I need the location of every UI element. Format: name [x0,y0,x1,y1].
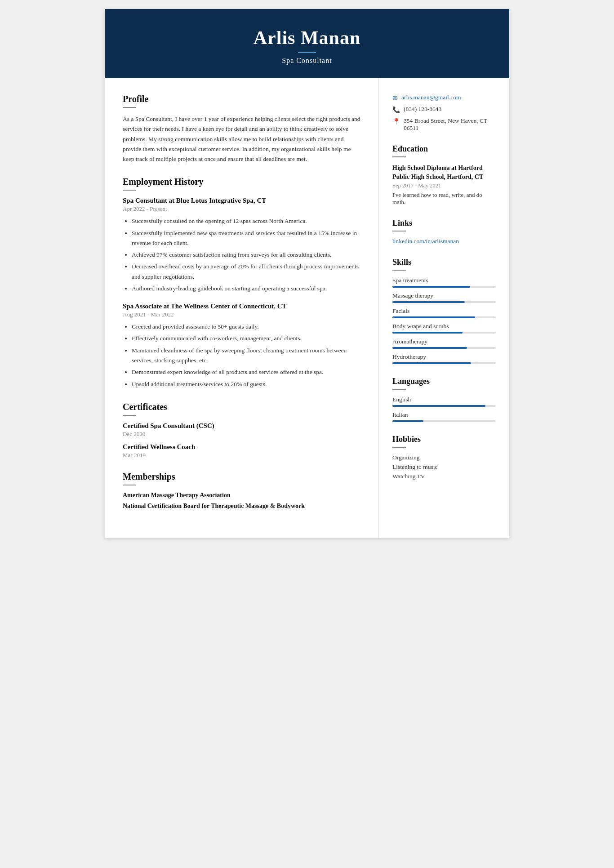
language-name: Italian [392,411,496,418]
language-bar-fill [392,420,423,422]
education-divider [392,156,406,157]
skill-item: Aromatherapy [392,338,496,349]
list-item: Demonstrated expert knowledge of all pro… [132,367,363,377]
cert-2-date: Mar 2019 [123,452,363,459]
skill-item: Hydrotherapy [392,353,496,364]
skill-bar-fill [392,362,471,364]
list-item: Greeted and provided assistance to 50+ g… [132,322,363,332]
certificates-title: Certificates [123,402,363,412]
skill-bar-bg [392,347,496,349]
contact-address: 📍 354 Broad Street, New Haven, CT 06511 [392,117,496,132]
language-item: Italian [392,411,496,422]
cert-1-title: Certified Spa Consultant (CSC) [123,422,363,430]
job-1-list: Successfully consulted on the opening of… [123,216,363,294]
memberships-section: Memberships American Massage Therapy Ass… [123,472,363,510]
hobbies-list: OrganizingListening to musicWatching TV [392,454,496,480]
education-section: Education High School Diploma at Hartfor… [392,144,496,206]
skill-bar-fill [392,316,475,318]
profile-section: Profile As a Spa Consultant, I have over… [123,94,363,164]
skills-list: Spa treatments Massage therapy Facials B… [392,277,496,364]
list-item: Maintained cleanliness of the spa by swe… [132,346,363,366]
left-column: Profile As a Spa Consultant, I have over… [105,78,379,538]
skill-bar-fill [392,301,465,303]
language-name: English [392,396,496,403]
hobbies-divider [392,447,406,448]
edu-degree: High School Diploma at Hartford Public H… [392,164,496,181]
language-bar-fill [392,405,485,407]
links-section: Links linkedin.com/in/arlismanan [392,218,496,245]
contact-phone: 📞 (834) 128-8643 [392,106,496,114]
resume-body: Profile As a Spa Consultant, I have over… [105,78,509,538]
address-text: 354 Broad Street, New Haven, CT 06511 [404,117,496,132]
list-item: Successfully implemented new spa treatme… [132,228,363,249]
cert-2: Certified Wellness Coach Mar 2019 [123,443,363,459]
resume-container: Arlis Manan Spa Consultant Profile As a … [105,9,509,538]
email-icon: ✉ [392,94,398,102]
job-1-title: Spa Consultant at Blue Lotus Integrative… [123,197,363,205]
job-2-list: Greeted and provided assistance to 50+ g… [123,322,363,389]
languages-list: English Italian [392,396,496,422]
hobbies-section: Hobbies OrganizingListening to musicWatc… [392,435,496,480]
languages-section: Languages English Italian [392,377,496,422]
location-icon: 📍 [392,118,400,125]
job-2-title: Spa Associate at The Wellness Center of … [123,303,363,310]
skills-section: Skills Spa treatments Massage therapy Fa… [392,258,496,364]
skill-item: Facials [392,307,496,318]
skill-bar-bg [392,362,496,364]
skill-item: Massage therapy [392,292,496,303]
languages-divider [392,389,406,390]
skill-bar-bg [392,286,496,288]
skill-item: Spa treatments [392,277,496,288]
phone-text: (834) 128-8643 [404,106,441,113]
list-item: Successfully consulted on the opening of… [132,216,363,226]
membership-1: American Massage Therapy Association [123,492,363,499]
links-title: Links [392,218,496,228]
employment-divider [123,190,136,191]
list-item: Decreased overhead costs by an average o… [132,262,363,282]
skill-bar-fill [392,332,463,334]
right-column: ✉ arlis.manan@gmail.com 📞 (834) 128-8643… [379,78,509,538]
cert-1: Certified Spa Consultant (CSC) Dec 2020 [123,422,363,438]
skill-name: Aromatherapy [392,338,496,345]
linkedin-link[interactable]: linkedin.com/in/arlismanan [392,238,496,245]
skill-name: Facials [392,307,496,315]
languages-title: Languages [392,377,496,386]
skill-name: Hydrotherapy [392,353,496,361]
language-bar-bg [392,405,496,407]
language-item: English [392,396,496,407]
hobby-item: Listening to music [392,463,496,471]
edu-date: Sep 2017 - May 2021 [392,183,496,189]
cert-1-date: Dec 2020 [123,431,363,438]
membership-2: National Certification Board for Therape… [123,503,363,510]
candidate-subtitle: Spa Consultant [114,57,500,65]
candidate-name: Arlis Manan [114,27,500,49]
job-2: Spa Associate at The Wellness Center of … [123,303,363,389]
contact-section: ✉ arlis.manan@gmail.com 📞 (834) 128-8643… [392,94,496,132]
skill-bar-bg [392,316,496,318]
memberships-title: Memberships [123,472,363,482]
list-item: Upsold additional treatments/services to… [132,379,363,389]
skill-name: Spa treatments [392,277,496,284]
list-item: Effectively communicated with co-workers… [132,334,363,343]
skill-name: Massage therapy [392,292,496,299]
header-divider [298,52,316,53]
cert-2-title: Certified Wellness Coach [123,443,363,451]
resume-header: Arlis Manan Spa Consultant [105,9,509,78]
skills-divider [392,270,406,271]
contact-email: ✉ arlis.manan@gmail.com [392,94,496,102]
hobby-item: Organizing [392,454,496,461]
skill-item: Body wraps and scrubs [392,323,496,334]
job-2-date: Aug 2021 - Mar 2022 [123,311,363,318]
links-divider [392,231,406,231]
hobbies-title: Hobbies [392,435,496,444]
skill-bar-bg [392,332,496,334]
hobby-item: Watching TV [392,473,496,480]
edu-description: I've learned how to read, write, and do … [392,191,496,206]
phone-icon: 📞 [392,106,400,114]
skill-bar-fill [392,286,470,288]
profile-text: As a Spa Consultant, I have over 1 year … [123,114,363,164]
email-link[interactable]: arlis.manan@gmail.com [401,94,461,101]
employment-section: Employment History Spa Consultant at Blu… [123,177,363,389]
education-title: Education [392,144,496,154]
language-bar-bg [392,420,496,422]
